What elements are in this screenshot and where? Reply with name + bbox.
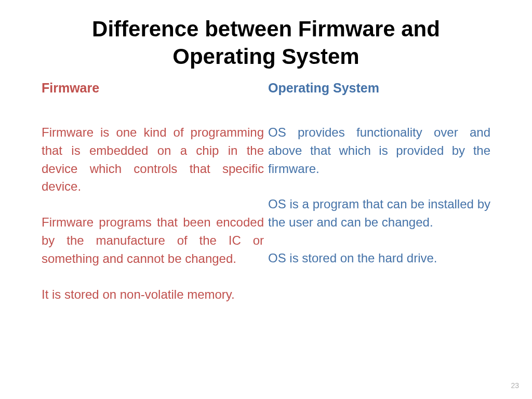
slide: Difference between Firmware and Operatin… bbox=[0, 0, 532, 399]
os-paragraph-2: OS is a program that can be installed by… bbox=[268, 195, 490, 232]
firmware-paragraph-3: It is stored on non-volatile memory. bbox=[42, 286, 264, 304]
os-paragraph-1: OS provides functionality over and above… bbox=[268, 124, 490, 178]
page-number: 23 bbox=[511, 381, 519, 390]
firmware-column: Firmware Firmware is one kind of program… bbox=[42, 81, 264, 321]
slide-title: Difference between Firmware and Operatin… bbox=[42, 16, 490, 70]
firmware-heading: Firmware bbox=[42, 81, 264, 96]
firmware-paragraph-1: Firmware is one kind of programming that… bbox=[42, 124, 264, 196]
comparison-columns: Firmware Firmware is one kind of program… bbox=[42, 81, 490, 321]
os-column: Operating System OS provides functionali… bbox=[268, 81, 490, 321]
os-heading: Operating System bbox=[268, 81, 490, 96]
os-paragraph-3: OS is stored on the hard drive. bbox=[268, 249, 490, 268]
firmware-paragraph-2: Firmware programs that been encoded by t… bbox=[42, 214, 264, 268]
